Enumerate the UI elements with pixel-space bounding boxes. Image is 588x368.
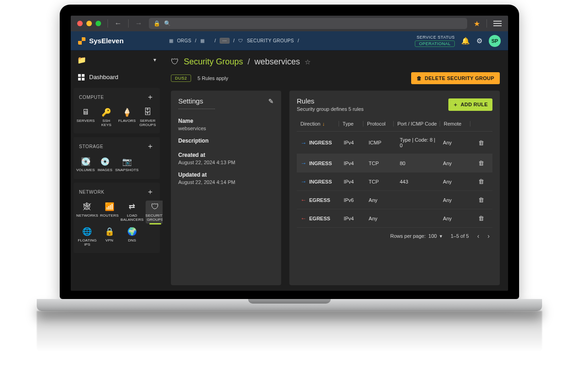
breadcrumb-orgs[interactable]: ORGS (177, 38, 191, 43)
notifications-icon[interactable]: 🔔 (461, 37, 470, 45)
sidebar-item-servers[interactable]: 🖥SERVERS (76, 106, 95, 129)
cell-port: Type | Code: 8 | 0 (400, 137, 439, 148)
edit-icon[interactable]: ✎ (268, 98, 274, 105)
sidebar-item-floating-ips[interactable]: 🌐FLOATING IPS (76, 225, 98, 248)
table-row[interactable]: →INGRESSIPv4TCP443Any🗑 (297, 172, 492, 191)
cell-remote: Any (443, 140, 470, 145)
delete-security-group-button[interactable]: 🗑 DELETE SECURITY GROUP (411, 72, 500, 84)
browser-topbar: ← → 🔒 🔍 ★ (71, 16, 508, 31)
section-title: NETWORK (79, 190, 104, 195)
brand-logo-icon (78, 37, 85, 45)
table-row[interactable]: →INGRESSIPv4ICMPType | Code: 8 | 0Any🗑 (297, 132, 492, 154)
sidebar-item-dns[interactable]: 🌍DNS (120, 225, 143, 248)
delete-rule-icon[interactable]: 🗑 (474, 178, 489, 185)
page-title: 🛡 Security Groups / webservices ☆ (171, 57, 500, 67)
content: 📁 ▾ Dashboard COMPUTE ＋ (71, 51, 508, 291)
table-row[interactable]: ←EGRESSIPv6AnyAny🗑 (297, 191, 492, 209)
window-controls[interactable] (77, 21, 101, 26)
page-range: 1–5 of 5 (451, 233, 469, 239)
col-type[interactable]: Type (343, 121, 363, 126)
page-subheader: DUS2 5 Rules apply 🗑 DELETE SECURITY GRO… (171, 72, 500, 84)
col-port[interactable]: Port / ICMP Code (397, 121, 440, 126)
table-row[interactable]: →INGRESSIPv4TCP80Any🗑 (297, 154, 492, 172)
add-storage-icon[interactable]: ＋ (147, 142, 154, 151)
maximize-window-icon[interactable] (96, 21, 101, 26)
avatar[interactable]: SP (489, 35, 501, 47)
cell-type: IPv6 (344, 197, 365, 203)
delete-rule-icon[interactable]: 🗑 (474, 215, 489, 222)
delete-rule-icon[interactable]: 🗑 (474, 196, 489, 203)
add-network-icon[interactable]: ＋ (147, 187, 154, 197)
cell-type: IPv4 (344, 216, 365, 221)
breadcrumb-security-groups[interactable]: SECURITY GROUPS (247, 38, 294, 43)
col-actions (474, 121, 489, 126)
sidebar-item-networks[interactable]: 🕸NETWORKS (76, 201, 98, 224)
delete-rule-icon[interactable]: 🗑 (474, 160, 489, 167)
key-icon: 🔑 (102, 108, 111, 117)
sidebar-item-images[interactable]: 💿IMAGES (97, 155, 113, 174)
sidebar-item-snapshots[interactable]: 📷SNAPSHOTS (115, 155, 139, 174)
sidebar-item-security-groups[interactable]: 🛡SECURITY GROUPS (146, 201, 163, 224)
sidebar-item-routers[interactable]: 📶ROUTERS (100, 201, 119, 224)
load-balancer-icon: ⇄ (129, 202, 135, 212)
cell-port: 80 (400, 161, 439, 166)
close-window-icon[interactable] (77, 21, 83, 26)
col-direction[interactable]: Direction↓ (300, 121, 339, 126)
settings-gear-icon[interactable]: ⚙ (476, 37, 482, 45)
sidebar-section-compute: COMPUTE ＋ 🖥SERVERS 🔑SSH KEYS 🍦FLAVORS 🗄S… (74, 88, 160, 133)
sidebar-item-ssh-keys[interactable]: 🔑SSH KEYS (97, 106, 116, 129)
server-icon: 🖥 (82, 108, 90, 117)
table-row[interactable]: ←EGRESSIPv4AnyAny🗑 (297, 209, 492, 228)
ip-icon: 🌐 (82, 227, 92, 236)
router-icon: 📶 (105, 202, 114, 212)
dns-icon: 🌍 (127, 227, 137, 236)
settings-title: Settings (178, 97, 203, 105)
col-protocol[interactable]: Protocol (367, 121, 394, 126)
brand[interactable]: SysEleven (78, 37, 163, 45)
favorite-star-icon[interactable]: ☆ (305, 58, 311, 66)
sidebar-item-volumes[interactable]: 💽VOLUMES (76, 155, 95, 174)
sidebar-item-server-groups[interactable]: 🗄SERVER GROUPS (138, 106, 157, 129)
cell-port: 443 (400, 179, 439, 184)
cell-protocol: ICMP (369, 140, 396, 145)
rows-per-page[interactable]: Rows per page: 100 ▾ (390, 233, 442, 239)
breadcrumb-chip[interactable]: ··· (220, 38, 230, 44)
created-value: August 22, 2024 4:13 PM (178, 160, 274, 165)
cell-type: IPv4 (344, 161, 365, 166)
shield-icon: 🛡 (151, 202, 159, 212)
sidebar-item-dashboard[interactable]: Dashboard (74, 70, 160, 84)
browser-menu-icon[interactable] (493, 21, 502, 26)
service-status[interactable]: SERVICE STATUS OPERATIONAL (415, 35, 455, 47)
breadcrumb: ▦ ORGS / ▦ (169, 38, 208, 43)
add-rule-button[interactable]: ＋ ADD RULE (448, 98, 492, 111)
dashboard-icon (78, 74, 85, 80)
cell-remote: Any (443, 161, 470, 166)
back-button[interactable]: ← (114, 19, 122, 28)
folder-icon: 📁 (77, 56, 86, 64)
url-bar[interactable]: 🔒 🔍 (149, 18, 467, 29)
delete-rule-icon[interactable]: 🗑 (474, 139, 489, 146)
bookmark-star-icon[interactable]: ★ (474, 19, 480, 28)
sidebar-project-selector[interactable]: 📁 ▾ (74, 53, 160, 66)
cell-remote: Any (443, 216, 470, 221)
minimize-window-icon[interactable] (86, 21, 92, 26)
trash-icon: 🗑 (417, 75, 422, 81)
separator (128, 19, 129, 28)
sidebar-item-load-balancers[interactable]: ⇄LOAD BALANCERS (120, 201, 143, 224)
cell-direction: →INGRESS (300, 139, 340, 146)
sidebar-item-vpn[interactable]: 🔒VPN (100, 225, 119, 248)
description-label: Description (178, 138, 274, 144)
sidebar-item-flavors[interactable]: 🍦FLAVORS (118, 106, 136, 129)
col-remote[interactable]: Remote (444, 121, 470, 126)
prev-page-button[interactable]: ‹ (477, 232, 480, 240)
next-page-button[interactable]: › (487, 232, 490, 240)
brand-name: SysEleven (89, 37, 124, 45)
org-icon: ▦ (169, 38, 173, 43)
add-compute-icon[interactable]: ＋ (147, 92, 154, 102)
section-link[interactable]: Security Groups (184, 57, 243, 67)
name-label: Name (178, 118, 274, 124)
forward-button[interactable]: → (135, 19, 142, 28)
cell-type: IPv4 (344, 179, 365, 184)
service-status-label: SERVICE STATUS (417, 35, 455, 40)
settings-subtitle: ··························· (178, 106, 274, 111)
